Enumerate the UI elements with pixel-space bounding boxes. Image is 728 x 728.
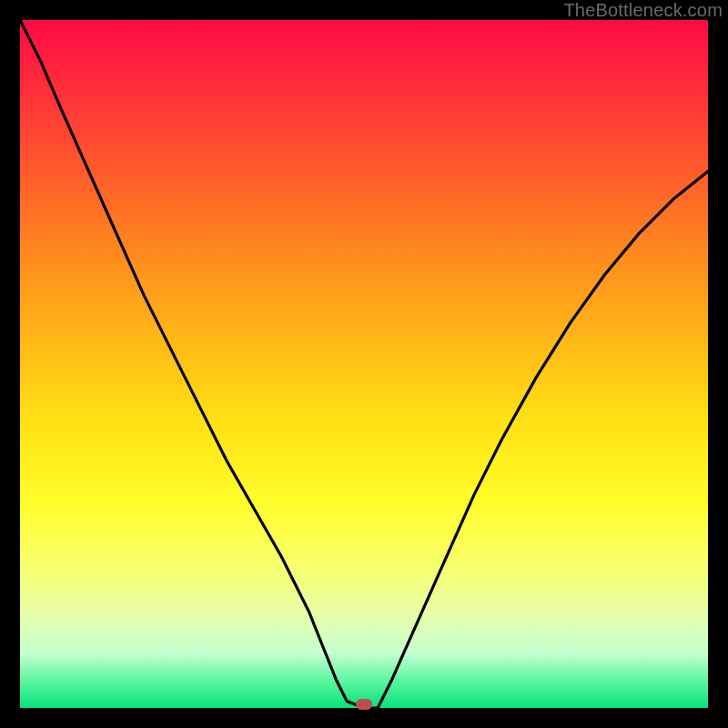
watermark-text: TheBottleneck.com xyxy=(563,0,723,21)
curve-path xyxy=(20,20,708,708)
plot-area xyxy=(20,20,708,708)
chart-frame: TheBottleneck.com xyxy=(0,0,728,728)
optimal-point-marker xyxy=(356,699,372,710)
bottleneck-curve xyxy=(20,20,708,708)
